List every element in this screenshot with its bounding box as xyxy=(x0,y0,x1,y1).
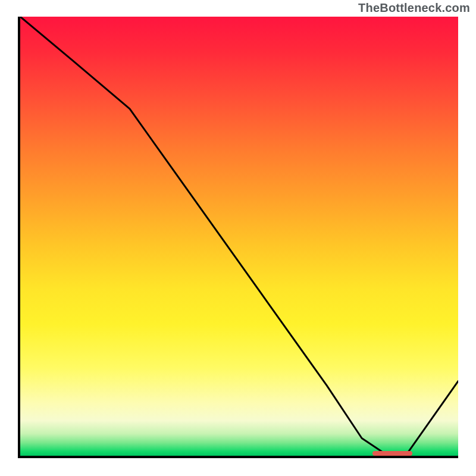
bottleneck-chart: TheBottleneck.com xyxy=(0,0,476,476)
attribution-label: TheBottleneck.com xyxy=(358,1,470,15)
curve-layer xyxy=(20,17,458,456)
bottleneck-curve-path xyxy=(20,17,458,456)
optimal-range-marker xyxy=(372,451,412,456)
plot-area xyxy=(18,17,458,458)
